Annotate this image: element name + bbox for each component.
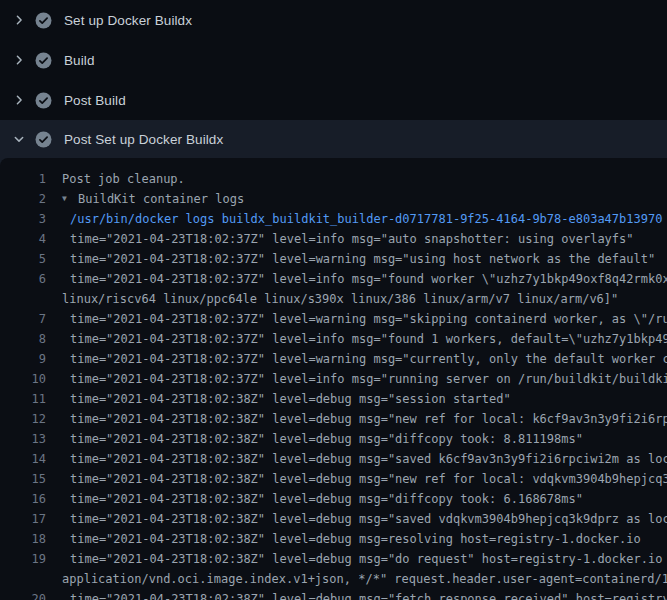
step-title: Post Build [64,93,126,108]
step-title: Post Set up Docker Buildx [64,132,223,147]
line-text: BuildKit container logs [78,189,244,209]
line-text: time="2021-04-23T18:02:37Z" level=info m… [70,269,667,289]
log-line: 16 time="2021-04-23T18:02:38Z" level=deb… [0,489,667,509]
line-number[interactable]: 16 [0,489,46,509]
log-line: 12 time="2021-04-23T18:02:38Z" level=deb… [0,409,667,429]
line-number[interactable]: 5 [0,249,46,269]
log-line: 7 time="2021-04-23T18:02:37Z" level=warn… [0,309,667,329]
log-line: 20 time="2021-04-23T18:02:38Z" level=deb… [0,589,667,600]
line-text: application/vnd.oci.image.index.v1+json,… [62,569,667,589]
line-text: time="2021-04-23T18:02:37Z" level=info m… [70,229,634,249]
line-number[interactable]: 12 [0,409,46,429]
log-line: 4 time="2021-04-23T18:02:37Z" level=info… [0,229,667,249]
line-text: time="2021-04-23T18:02:38Z" level=debug … [70,389,511,409]
step-header-post-set-up-docker-buildx[interactable]: Post Set up Docker Buildx [0,120,667,158]
step-title: Set up Docker Buildx [64,13,192,28]
line-text: time="2021-04-23T18:02:38Z" level=debug … [70,489,583,509]
log-line: 19 time="2021-04-23T18:02:38Z" level=deb… [0,549,667,569]
step-title: Build [64,53,95,68]
line-number[interactable]: 11 [0,389,46,409]
log-line: 1 Post job cleanup. [0,169,667,189]
steps-list: Set up Docker Buildx Build Post Build Po… [0,0,667,158]
chevron-right-icon [11,93,26,108]
line-text: time="2021-04-23T18:02:38Z" level=debug … [70,529,641,549]
line-number[interactable]: 7 [0,309,46,329]
check-circle-icon [35,92,52,109]
line-number[interactable]: 20 [0,589,46,600]
log-panel-backdrop: 1 Post job cleanup. 2 ▼ BuildKit contain… [0,158,667,600]
group-collapse-triangle-icon[interactable]: ▼ [62,189,71,209]
line-number[interactable]: 3 [0,209,46,229]
line-number[interactable]: 9 [0,349,46,369]
line-number[interactable]: 18 [0,529,46,549]
chevron-down-icon [11,132,26,147]
line-number[interactable]: 19 [0,549,46,569]
line-number[interactable]: 8 [0,329,46,349]
line-number[interactable]: 10 [0,369,46,389]
log-line: 17 time="2021-04-23T18:02:38Z" level=deb… [0,509,667,529]
log-line: 15 time="2021-04-23T18:02:38Z" level=deb… [0,469,667,489]
line-number[interactable]: 13 [0,429,46,449]
step-header-post-build[interactable]: Post Build [0,80,667,120]
line-text: time="2021-04-23T18:02:37Z" level=warnin… [70,249,655,269]
log-line: 14 time="2021-04-23T18:02:38Z" level=deb… [0,449,667,469]
log-line-wrapped-continuation: linux/riscv64 linux/ppc64le linux/s390x … [0,289,667,309]
line-text-command: /usr/bin/docker logs buildx_buildkit_bui… [70,209,662,229]
line-text: time="2021-04-23T18:02:37Z" level=info m… [70,369,667,389]
line-number[interactable]: 4 [0,229,46,249]
log-line: 3 /usr/bin/docker logs buildx_buildkit_b… [0,209,667,229]
log-line: 5 time="2021-04-23T18:02:37Z" level=warn… [0,249,667,269]
chevron-right-icon [11,53,26,68]
line-text: Post job cleanup. [62,169,185,189]
log-line-wrapped-continuation: application/vnd.oci.image.index.v1+json,… [0,569,667,589]
line-text: time="2021-04-23T18:02:37Z" level=warnin… [70,349,667,369]
log-line: 6 time="2021-04-23T18:02:37Z" level=info… [0,269,667,289]
line-text: linux/riscv64 linux/ppc64le linux/s390x … [62,289,618,309]
log-line: 10 time="2021-04-23T18:02:37Z" level=inf… [0,369,667,389]
log-line: 18 time="2021-04-23T18:02:38Z" level=deb… [0,529,667,549]
log-line: 13 time="2021-04-23T18:02:38Z" level=deb… [0,429,667,449]
line-text: time="2021-04-23T18:02:38Z" level=debug … [70,409,667,429]
log-line: 11 time="2021-04-23T18:02:38Z" level=deb… [0,389,667,409]
line-number [0,289,46,309]
line-text: time="2021-04-23T18:02:37Z" level=warnin… [70,309,667,329]
log-line: 8 time="2021-04-23T18:02:37Z" level=info… [0,329,667,349]
chevron-right-icon [11,13,26,28]
line-text: time="2021-04-23T18:02:38Z" level=debug … [70,469,667,489]
line-number[interactable]: 15 [0,469,46,489]
line-number[interactable]: 6 [0,269,46,289]
line-text: time="2021-04-23T18:02:38Z" level=debug … [70,589,667,600]
step-header-build[interactable]: Build [0,40,667,80]
log-line: 9 time="2021-04-23T18:02:37Z" level=warn… [0,349,667,369]
check-circle-icon [35,52,52,69]
line-number[interactable]: 2 [0,189,46,209]
log-panel: 1 Post job cleanup. 2 ▼ BuildKit contain… [0,158,667,600]
line-text: time="2021-04-23T18:02:38Z" level=debug … [70,449,667,469]
line-text: time="2021-04-23T18:02:38Z" level=debug … [70,509,667,529]
check-circle-icon [35,131,52,148]
line-number [0,569,46,589]
step-header-set-up-docker-buildx[interactable]: Set up Docker Buildx [0,0,667,40]
line-text: time="2021-04-23T18:02:38Z" level=debug … [70,429,583,449]
line-number[interactable]: 14 [0,449,46,469]
line-text: time="2021-04-23T18:02:38Z" level=debug … [70,549,667,569]
line-number[interactable]: 17 [0,509,46,529]
line-text: time="2021-04-23T18:02:37Z" level=info m… [70,329,667,349]
log-line: 2 ▼ BuildKit container logs [0,189,667,209]
line-number[interactable]: 1 [0,169,46,189]
check-circle-icon [35,12,52,29]
